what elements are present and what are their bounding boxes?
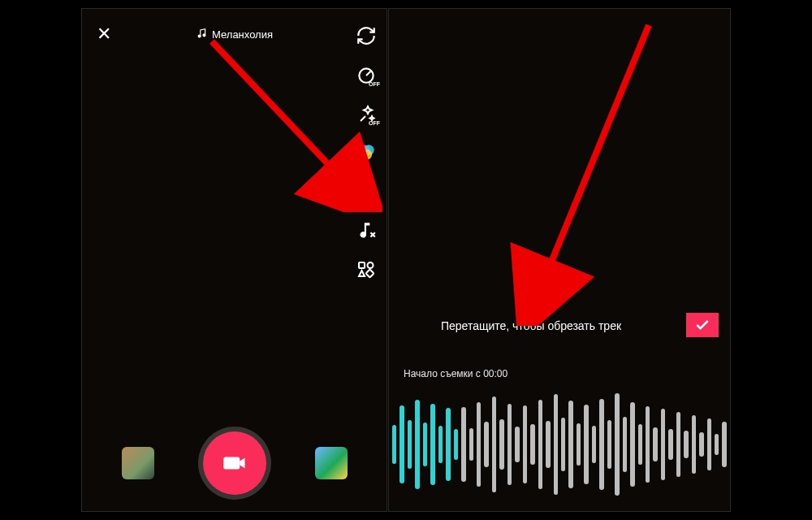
- svg-rect-7: [359, 262, 365, 268]
- selected-sound-title: Меланхолия: [212, 28, 273, 41]
- svg-point-5: [361, 150, 372, 160]
- beauty-off-label: OFF: [369, 120, 380, 126]
- waveform-bar: [715, 434, 719, 455]
- more-tools-icon[interactable]: [356, 259, 377, 280]
- camera-bottom-bar: [82, 431, 387, 495]
- svg-point-1: [202, 33, 205, 36]
- waveform-bar: [415, 400, 419, 489]
- speed-icon[interactable]: OFF: [356, 64, 377, 85]
- waveform-bar: [484, 422, 488, 467]
- camera-topbar: ✕ Меланхолия: [82, 25, 387, 43]
- waveform-bar: [508, 404, 512, 485]
- waveform-bar: [523, 405, 527, 483]
- music-note-icon: [196, 28, 207, 41]
- waveform-bar: [668, 429, 672, 460]
- waveform-bar: [722, 422, 726, 467]
- gallery-button[interactable]: [315, 447, 348, 479]
- effects-button[interactable]: [122, 447, 154, 479]
- waveform-bar: [577, 423, 581, 466]
- waveform-bar: [615, 393, 619, 496]
- waveform-bar: [653, 427, 657, 462]
- waveform-bar: [561, 418, 565, 471]
- waveform-bar: [438, 426, 443, 463]
- waveform-scrubber[interactable]: [389, 388, 730, 501]
- trim-start-label: Начало съемки с 00:00: [404, 368, 508, 379]
- trim-sound-icon[interactable]: [356, 220, 377, 241]
- waveform-bar: [408, 420, 412, 469]
- waveform-bar: [638, 424, 642, 465]
- waveform-bar: [423, 422, 427, 466]
- waveform-bar: [477, 402, 481, 487]
- filters-icon[interactable]: [356, 142, 377, 163]
- waveform-bar: [454, 429, 458, 460]
- waveform-bar: [430, 404, 434, 485]
- waveform-bar: [592, 426, 596, 463]
- trim-sound-screen: Перетащите, чтобы обрезать трек Начало с…: [388, 8, 731, 512]
- waveform-bar: [554, 394, 558, 495]
- waveform-bar: [584, 405, 588, 484]
- svg-point-8: [368, 262, 374, 268]
- waveform-bar: [623, 417, 627, 472]
- waveform-bar: [646, 406, 650, 483]
- waveform-bar: [499, 419, 503, 470]
- speed-off-label: OFF: [369, 81, 380, 87]
- waveform-bar: [684, 431, 688, 458]
- trim-caption: Перетащите, чтобы обрезать трек: [389, 319, 673, 332]
- camera-side-toolbar: OFF OFF 3: [356, 25, 377, 280]
- record-button[interactable]: [203, 431, 266, 495]
- waveform-bar: [707, 418, 711, 470]
- confirm-trim-button[interactable]: [686, 313, 719, 337]
- waveform-bar: [538, 400, 542, 489]
- waveform-bar: [546, 421, 550, 468]
- waveform-bar: [599, 399, 603, 490]
- waveform-bar: [446, 408, 450, 481]
- waveform-bar: [661, 409, 665, 480]
- camera-screen: ✕ Меланхолия OFF OFF: [81, 8, 387, 512]
- timer-value: 3: [374, 197, 378, 205]
- waveform-bar: [692, 415, 696, 474]
- selected-sound[interactable]: Меланхолия: [196, 28, 273, 41]
- annotation-arrow-icon: [486, 17, 673, 326]
- waveform-bar: [469, 428, 473, 461]
- waveform-bar: [607, 420, 611, 469]
- beauty-icon[interactable]: OFF: [356, 103, 377, 124]
- svg-line-13: [535, 25, 649, 301]
- close-icon[interactable]: ✕: [97, 25, 111, 43]
- waveform-bar: [392, 425, 396, 464]
- waveform-bar: [400, 405, 404, 483]
- waveform-bar: [515, 427, 519, 462]
- waveform-bar: [461, 407, 465, 482]
- flip-camera-icon[interactable]: [356, 25, 377, 46]
- svg-point-0: [198, 35, 201, 37]
- waveform-bar: [676, 412, 680, 477]
- waveform-bar: [630, 402, 634, 487]
- timer-icon[interactable]: 3: [356, 181, 377, 202]
- waveform-bar: [530, 424, 534, 465]
- svg-line-11: [212, 41, 358, 196]
- svg-point-6: [359, 187, 373, 201]
- waveform-bar: [568, 401, 572, 488]
- waveform-bar: [492, 396, 496, 492]
- svg-rect-9: [366, 270, 374, 278]
- waveform-bar: [699, 432, 703, 457]
